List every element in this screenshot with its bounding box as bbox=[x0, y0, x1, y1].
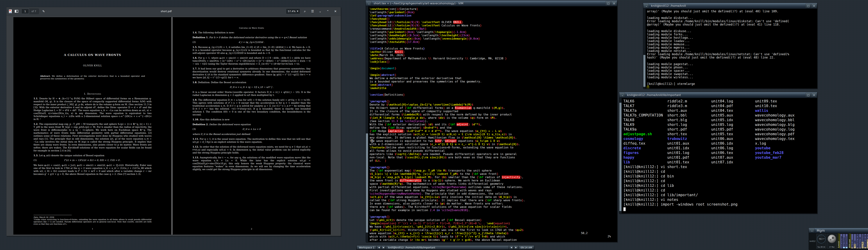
maximize-button[interactable]: □ bbox=[606, 1, 611, 6]
search-button[interactable]: ⌕ bbox=[302, 8, 308, 14]
vim-line: \newtheorem{conj}{Conjecture} bbox=[370, 7, 617, 10]
vim-text-segment: \date bbox=[370, 54, 378, 57]
ls-cell: wallis bbox=[755, 108, 799, 113]
vim-line: \maketitle bbox=[370, 87, 617, 90]
vim-scrollbar[interactable] bbox=[366, 6, 368, 242]
workspace-button[interactable]: Workspace 1 bbox=[357, 246, 376, 249]
ls-cell: short.pdf bbox=[667, 127, 711, 132]
vim-text-segment: u_t=\pm i D u bbox=[477, 139, 498, 143]
close-button[interactable]: ✕ bbox=[333, 8, 338, 14]
terminal-scrollbar-thumb[interactable] bbox=[619, 103, 621, 211]
vim-text-segment: } bbox=[436, 198, 438, 202]
vim-text-segment: , where bbox=[425, 116, 438, 120]
zoom-dropdown[interactable]: 57.4% ▼ bbox=[286, 8, 300, 14]
disk-bar-label: /dev/shm 30.3G bbox=[857, 235, 859, 248]
page-number-input[interactable]: 1 bbox=[21, 9, 29, 14]
ls-cell: diffeq.tex bbox=[623, 141, 667, 146]
vim-text-segment: {} bbox=[386, 60, 390, 63]
vim-text-segment: Let bbox=[370, 218, 376, 222]
vim-text-segment: $ bbox=[502, 106, 503, 110]
ls-cell: unit06.tex bbox=[711, 151, 755, 155]
pdf-paragraph: Definition 2. Define the deformed wave e… bbox=[192, 123, 311, 126]
vim-text-segment: $ bbox=[438, 195, 440, 198]
maximize-button[interactable]: □ bbox=[806, 93, 811, 97]
ls-row: TALK8short.blgunit05.idxwavecohomology.b… bbox=[623, 118, 817, 122]
terminal-body[interactable]: TALK6riddle2.munit04.logunit09.texTALK7r… bbox=[619, 98, 817, 213]
terminal-scrollbar-thumb[interactable] bbox=[643, 55, 646, 87]
ls-cell: unit06.log bbox=[711, 146, 755, 151]
pdf-page-area[interactable]: A CALCULUS ON WAVE FRONTSOLIVER KNILLAbs… bbox=[6, 15, 341, 236]
terminal-output: array)' (Maybe you should just omit the … bbox=[647, 10, 817, 88]
maximize-button[interactable]: □ bbox=[806, 4, 811, 8]
menu-button[interactable]: ☰ bbox=[310, 8, 315, 14]
vim-text-segment: with a 2-dimensional solution space bbox=[370, 143, 430, 146]
vim-text-segment: } bbox=[443, 106, 445, 110]
vim-text-segment: \bf bbox=[450, 123, 455, 126]
close-button[interactable]: X bbox=[811, 93, 817, 97]
vim-text-segment: { bbox=[386, 30, 388, 34]
vim-line: We define a deformation of the exterior … bbox=[370, 76, 617, 80]
vim-text-segment: f''(r) + (n-1) f'(r)/r + f(r)=0, f(0)=1,… bbox=[396, 222, 487, 225]
minimize-button[interactable]: ⌄ bbox=[366, 1, 372, 6]
vim-text-segment: \mathcal{H} bbox=[498, 143, 517, 146]
vim-text-segment: \cos(Dt),{\rm sinc}(Dt) bbox=[406, 156, 445, 159]
disk-bar-label: /home 3666.4G bbox=[867, 235, 868, 248]
close-button[interactable]: X bbox=[811, 4, 817, 8]
disk-scale: 100% used bbox=[848, 234, 851, 248]
right-arrow-button[interactable]: ▶ bbox=[381, 246, 386, 249]
equation-body: D_tt u + Lu = 0 bbox=[203, 128, 311, 131]
minimize-button[interactable]: ⌄ bbox=[809, 228, 814, 232]
ls-cell: youtube bbox=[755, 146, 799, 151]
ls-cell: short.log bbox=[667, 122, 711, 127]
vim-text-segment: . bbox=[380, 159, 385, 162]
vim-line: \fancyhead{} bbox=[370, 17, 617, 21]
vim-text-segment: $ bbox=[441, 179, 443, 182]
terminal-titlebar[interactable]: ⌄ knill@knill12: /home/knill □ X bbox=[643, 3, 817, 9]
terminal-scrollbar[interactable] bbox=[643, 9, 646, 88]
minimize-button[interactable]: ⌄ bbox=[620, 93, 625, 97]
terminal-line: array)' (Maybe you should just omit the … bbox=[647, 10, 817, 13]
minimize-button[interactable]: ⌄ bbox=[644, 4, 649, 8]
vim-text-segment: OLIVER bbox=[440, 21, 453, 24]
disk-bar-label: /run/lock 5M bbox=[859, 235, 861, 248]
close-icon: ✕ bbox=[334, 9, 337, 13]
vim-text-segment: { bbox=[383, 93, 385, 96]
equation-body: f″(r) + (n − 1)f′(r)/r + f(r) = 0, f(0) … bbox=[44, 159, 152, 162]
active-task-button[interactable]: knill@knill12: /home/knill/lib/important bbox=[386, 246, 509, 249]
vim-text-segment: { bbox=[485, 198, 487, 202]
vim-text-segment: \evensidemargin bbox=[441, 37, 467, 40]
vim-text-segment: adjoint bbox=[457, 123, 468, 126]
ls-cell: wavecohomology.blg bbox=[755, 122, 799, 127]
vim-text-segment: \let bbox=[370, 14, 376, 17]
vim-scrollbar-thumb[interactable] bbox=[366, 133, 368, 232]
terminal-body[interactable]: array)' (Maybe you should just omit the … bbox=[643, 9, 817, 88]
pdf-equation: D_tt u = u_tt + (q − 1)[ u_t/t − u/t² ] … bbox=[192, 86, 311, 89]
ls-cell: TALK8 bbox=[623, 118, 667, 122]
left-arrow-button[interactable]: ◀ bbox=[377, 246, 381, 249]
terminal-scrollbar[interactable] bbox=[619, 98, 622, 213]
vim-text-segment: { bbox=[381, 50, 383, 54]
ls-cell: riddle2.m bbox=[667, 99, 711, 104]
terminal-titlebar[interactable]: ⌄ knill@knill12: /home/knill/lib/importa… bbox=[619, 92, 817, 98]
vim-text-segment: } bbox=[520, 176, 522, 179]
vim-terminal-body[interactable]: \newtheorem{conj}{Conjecture}\setlength{… bbox=[366, 6, 617, 242]
right-arrow-button[interactable]: ▶ bbox=[514, 246, 518, 249]
vim-text-segment: $ bbox=[378, 159, 380, 162]
annotate-button[interactable]: ✎ bbox=[41, 8, 46, 14]
vim-text-segment bbox=[427, 123, 428, 126]
disk-bar: /home 3666.4G bbox=[867, 234, 868, 248]
left-arrow-button[interactable]: ◀ bbox=[509, 246, 514, 249]
close-button[interactable]: X bbox=[612, 1, 617, 6]
paragraph-number: 1.9. bbox=[192, 99, 197, 101]
sidebar-toggle-button[interactable] bbox=[13, 8, 20, 14]
paragraph-number: 1.2. bbox=[33, 123, 38, 125]
vim-text-segment: \phi_1(r)=\cos(r), \phi_2(t)=J_0(r) bbox=[385, 225, 443, 228]
maximize-button[interactable]: ⌃ bbox=[325, 8, 331, 14]
vim-text-segment: Cambridge, MA, 02138 bbox=[468, 57, 505, 60]
vim-text-segment: We define a deformation of the exterior … bbox=[370, 76, 462, 80]
disk-bar: /run/lock 5M bbox=[859, 234, 861, 248]
vim-titlebar[interactable]: ⌄ short.tex + (~/text3/graphgeometry/art… bbox=[366, 1, 617, 6]
vim-text-segment: \setlength bbox=[370, 10, 386, 14]
mgm-titlebar[interactable]: ⌄ Mgm □ ✕ bbox=[809, 228, 868, 233]
minimize-button[interactable]: ⌄ bbox=[317, 8, 323, 14]
